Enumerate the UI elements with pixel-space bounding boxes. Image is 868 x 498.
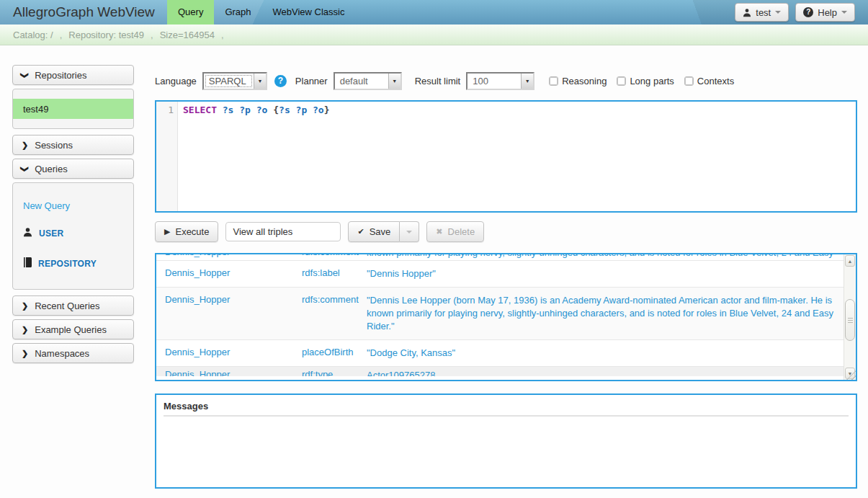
result-limit-select[interactable]: 100 ▼ xyxy=(466,72,534,90)
table-row[interactable]: Dennis_Hopper rdfs:comment "Dennis Lee H… xyxy=(156,288,844,340)
new-query-link[interactable]: New Query xyxy=(13,190,133,218)
query-name-input[interactable] xyxy=(225,222,341,241)
editor-line-number: 1 xyxy=(156,102,178,211)
play-icon: ▶ xyxy=(164,227,170,236)
sidebar-section-sessions[interactable]: ❯ Sessions xyxy=(12,135,134,155)
repositories-panel: test49 xyxy=(12,89,134,129)
dropdown-arrow-icon: ▼ xyxy=(521,74,533,89)
chevron-right-icon: ❯ xyxy=(22,141,28,150)
language-label: Language xyxy=(155,76,197,86)
queries-repository-item[interactable]: REPOSITORY xyxy=(13,249,133,279)
planner-select[interactable]: default ▼ xyxy=(334,72,402,90)
reasoning-checkbox[interactable]: Reasoning xyxy=(549,76,607,86)
cell-object[interactable]: "Dennis Hopper" xyxy=(367,267,844,280)
check-icon: ✔ xyxy=(357,227,364,236)
save-dropdown-button[interactable] xyxy=(400,221,419,242)
main-tabs: Query Graph WebView Classic xyxy=(167,0,356,25)
queries-panel: New Query USER REPOSITORY xyxy=(12,182,134,290)
chevron-right-icon: ❯ xyxy=(22,325,28,334)
table-row-partial-top[interactable]: Dennis_Hopper rdfs:comment known primari… xyxy=(156,254,844,261)
sidebar-section-namespaces[interactable]: ❯ Namespaces xyxy=(12,343,134,363)
app-title: AllegroGraph WebView xyxy=(0,0,167,25)
dropdown-arrow-icon: ▼ xyxy=(388,74,401,89)
help-menu-label: Help xyxy=(818,7,837,18)
chevron-right-icon: ❯ xyxy=(22,301,28,311)
editor-code-line[interactable]: SELECT ?s ?p ?o {?s ?p ?o} xyxy=(178,102,856,211)
query-actions-bar: ▶ Execute ✔ Save ✖ Delete xyxy=(155,221,857,242)
query-options-toolbar: Language SPARQL ▼ ? Planner default ▼ Re… xyxy=(155,72,857,90)
planner-label: Planner xyxy=(295,76,328,86)
scrollbar-thumb[interactable] xyxy=(845,299,855,341)
queries-user-item[interactable]: USER xyxy=(13,218,133,249)
reasoning-checkbox-input[interactable] xyxy=(549,76,558,86)
cell-predicate[interactable]: rdfs:comment xyxy=(293,294,367,305)
grip-icon xyxy=(848,318,853,323)
save-button[interactable]: ✔ Save xyxy=(348,221,400,242)
x-icon: ✖ xyxy=(436,227,442,236)
messages-panel: Messages xyxy=(155,393,857,489)
top-navigation-bar: AllegroGraph WebView Query Graph WebView… xyxy=(0,0,868,25)
chevron-down-icon xyxy=(841,11,847,14)
execute-button[interactable]: ▶ Execute xyxy=(155,221,218,242)
cell-predicate[interactable]: placeOfBirth xyxy=(293,347,367,357)
contexts-checkbox[interactable]: Contexts xyxy=(684,76,734,86)
long-parts-checkbox-input[interactable] xyxy=(617,76,626,86)
cell-predicate[interactable]: rdf:type xyxy=(293,369,367,376)
messages-divider xyxy=(164,415,849,417)
user-icon xyxy=(23,227,32,240)
messages-title: Messages xyxy=(164,401,849,415)
user-menu-label: test xyxy=(756,7,771,18)
cell-subject[interactable]: Dennis_Hopper xyxy=(156,294,293,305)
user-icon xyxy=(743,8,751,17)
cell-object[interactable]: Actor109765278 xyxy=(367,369,844,376)
chevron-down-icon: ❯ xyxy=(20,71,30,78)
chevron-down-icon: ❯ xyxy=(20,165,30,172)
dropdown-arrow-icon: ▼ xyxy=(254,74,266,89)
chevron-right-icon: ❯ xyxy=(22,349,28,358)
result-limit-label: Result limit xyxy=(415,76,461,86)
scroll-up-button[interactable]: ▲ xyxy=(845,255,855,267)
book-icon xyxy=(23,257,32,270)
cell-subject[interactable]: Dennis_Hopper xyxy=(156,347,293,357)
cell-object[interactable]: "Dodge City, Kansas" xyxy=(367,347,844,360)
cell-object[interactable]: "Dennis Lee Hopper (born May 17, 1936) i… xyxy=(367,294,844,333)
sidebar-section-repositories[interactable]: ❯ Repositories xyxy=(12,65,134,85)
table-row[interactable]: Dennis_Hopper rdfs:label "Dennis Hopper" xyxy=(156,261,844,288)
breadcrumb-size[interactable]: Size=164954 xyxy=(160,30,215,40)
sidebar: ❯ Repositories test49 ❯ Sessions ❯ Queri… xyxy=(12,65,134,367)
tab-graph[interactable]: Graph xyxy=(214,0,261,25)
cell-predicate[interactable]: rdfs:label xyxy=(293,267,367,278)
contexts-checkbox-input[interactable] xyxy=(684,76,694,86)
long-parts-checkbox[interactable]: Long parts xyxy=(617,76,674,86)
table-row[interactable]: Dennis_Hopper placeOfBirth "Dodge City, … xyxy=(156,340,844,367)
language-help-icon[interactable]: ? xyxy=(274,75,287,87)
breadcrumb-catalog[interactable]: Catalog: / xyxy=(13,30,53,40)
scrollbar-track[interactable] xyxy=(844,267,856,367)
help-menu-button[interactable]: ? Help xyxy=(795,3,855,22)
delete-button[interactable]: ✖ Delete xyxy=(426,221,484,242)
table-row-partial-bottom[interactable]: Dennis_Hopper rdf:type Actor109765278 xyxy=(156,367,844,376)
user-menu-button[interactable]: test xyxy=(735,3,789,22)
sidebar-section-queries[interactable]: ❯ Queries xyxy=(12,159,134,179)
chevron-down-icon xyxy=(406,231,412,234)
cell-subject[interactable]: Dennis_Hopper xyxy=(156,267,293,278)
help-icon: ? xyxy=(803,7,813,17)
sidebar-section-recent-queries[interactable]: ❯ Recent Queries xyxy=(12,295,134,316)
query-editor[interactable]: 1 SELECT ?s ?p ?o {?s ?p ?o} xyxy=(155,100,857,213)
tab-webview-classic[interactable]: WebView Classic xyxy=(262,0,356,25)
chevron-down-icon xyxy=(775,11,781,14)
breadcrumb-repository[interactable]: Repository: test49 xyxy=(68,30,144,40)
tab-query[interactable]: Query xyxy=(167,0,214,25)
cell-subject[interactable]: Dennis_Hopper xyxy=(156,369,293,376)
repository-item-test49[interactable]: test49 xyxy=(13,99,133,119)
breadcrumb: Catalog: / , Repository: test49 , Size=1… xyxy=(0,25,868,45)
language-select[interactable]: SPARQL ▼ xyxy=(202,72,267,90)
results-table[interactable]: Dennis_Hopper rdfs:comment known primari… xyxy=(155,253,857,381)
sidebar-section-example-queries[interactable]: ❯ Example Queries xyxy=(12,319,134,339)
results-scrollbar[interactable]: ▲ ▼ xyxy=(844,254,856,380)
